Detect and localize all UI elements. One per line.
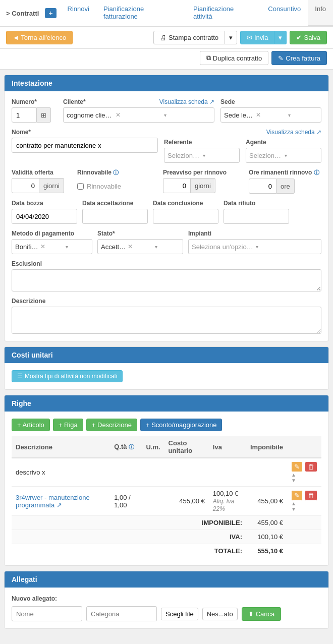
sede-select[interactable]: Sede legale - bologna (c... ✕ ▾ xyxy=(220,107,321,123)
numero-group: Numero* ⊞ xyxy=(12,98,57,123)
nav-tabs: Rinnovi Pianificazione fatturazione Pian… xyxy=(61,0,333,26)
row1-delete-button[interactable]: 🗑 xyxy=(305,461,317,472)
imponibile-value: 455,00 € xyxy=(246,516,287,530)
esclusioni-group: Esclusioni xyxy=(12,260,321,291)
referente-label: Referente xyxy=(164,139,240,146)
allegato-categoria-input[interactable] xyxy=(86,606,157,621)
row2-link[interactable]: 3r4wrwer - manutenzione programmata ↗ xyxy=(16,494,90,509)
allegato-nome-input[interactable] xyxy=(12,606,82,621)
esclusioni-label: Esclusioni xyxy=(12,260,321,267)
stato-label: Stato* xyxy=(97,230,183,237)
sede-clear-button[interactable]: ✕ xyxy=(256,111,286,119)
add-sconto-button[interactable]: + Sconto/maggiorazione xyxy=(140,419,223,431)
mostra-button[interactable]: ☰ Mostra tipi di attività non modificati xyxy=(12,370,123,382)
add-articolo-button[interactable]: + Articolo xyxy=(12,419,50,431)
intestazione-section: Intestazione Numero* ⊞ Cliente* Visualiz… xyxy=(4,75,329,341)
ore-help-icon: ⓘ xyxy=(314,169,319,175)
stato-clear-button[interactable]: ✕ xyxy=(128,243,152,250)
add-riga-button[interactable]: + Riga xyxy=(53,419,83,431)
scegli-file-button[interactable]: Scegli file xyxy=(161,608,198,620)
tab-pianificazione-fatturazione[interactable]: Pianificazione fatturazione xyxy=(96,0,186,26)
row2-qta: 1,00 / 1,00 xyxy=(110,487,142,516)
data-bozza-input[interactable] xyxy=(12,209,77,224)
impianti-label: Impianti xyxy=(188,230,321,237)
add-descrizione-button[interactable]: + Descrizione xyxy=(86,419,137,431)
data-conclusione-input[interactable] xyxy=(153,209,218,224)
row1-descrizione: descrivo x xyxy=(12,458,110,487)
intestazione-row2: Nome* Visualizza scheda ↗ Referente Sele… xyxy=(12,129,321,163)
row2-sort-arrows[interactable]: ▲ ▼ xyxy=(291,501,317,512)
validita-input[interactable] xyxy=(12,178,39,193)
data-accettazione-input[interactable] xyxy=(82,209,148,224)
nome-label: Nome* xyxy=(12,129,158,136)
back-button[interactable]: ◄ Torna all'elenco xyxy=(6,31,73,44)
send-btn-group: ✉ Invia ▾ xyxy=(240,31,287,44)
numero-input[interactable] xyxy=(12,107,37,123)
cliente-select[interactable]: cognome cliente privato y nome cliente p… xyxy=(63,107,214,123)
referente-select[interactable]: Seleziona un'op... ▾ xyxy=(164,148,240,163)
iva-label: IVA: xyxy=(12,530,246,544)
nome-input[interactable] xyxy=(12,138,158,153)
esclusioni-textarea[interactable] xyxy=(12,269,321,291)
create-invoice-button[interactable]: ✎ Crea fattura xyxy=(271,51,327,65)
print-button[interactable]: 🖨 Stampa contratto xyxy=(153,31,225,44)
breadcrumb: > Contratti xyxy=(4,5,41,22)
action-bar: ◄ Torna all'elenco 🖨 Stampa contratto ▾ … xyxy=(0,27,333,49)
row1-sort-arrows[interactable]: ▲ ▼ xyxy=(291,472,317,483)
numero-input-group: ⊞ xyxy=(12,107,57,123)
carica-button[interactable]: ⬆ Carica xyxy=(242,607,282,621)
tab-consuntivo[interactable]: Consuntivo xyxy=(261,0,308,26)
visualizza-scheda2-link[interactable]: Visualizza scheda ↗ xyxy=(266,129,321,136)
rinnovabile-group: Rinnovabile ⓘ Rinnovabile xyxy=(77,169,158,194)
row2-iva-value: 100,10 € xyxy=(213,490,239,497)
cliente-arrow-icon: ▾ xyxy=(164,112,211,118)
row2-edit-button[interactable]: ✎ xyxy=(291,490,303,501)
intestazione-row5: Metodo di pagamento Bonifico 30gg... ✕ ▾… xyxy=(12,230,321,254)
agente-select[interactable]: Seleziona un'op... ▾ xyxy=(246,148,321,163)
righe-table: Descrizione Q.tà ⓘ U.m. Costo unitario I… xyxy=(12,436,321,558)
send-dropdown-button[interactable]: ▾ xyxy=(274,31,287,44)
row2-delete-button[interactable]: 🗑 xyxy=(305,490,317,501)
tab-rinnovi[interactable]: Rinnovi xyxy=(61,0,96,26)
action-bar-left: ◄ Torna all'elenco xyxy=(6,31,73,44)
tab-pianificazione-attivita[interactable]: Pianificazione attività xyxy=(186,0,261,26)
print-dropdown-button[interactable]: ▾ xyxy=(225,31,237,44)
data-rifiuto-input[interactable] xyxy=(224,209,289,224)
data-conclusione-group: Data conclusione xyxy=(153,200,218,224)
referente-group: Referente Seleziona un'op... ▾ xyxy=(164,139,240,163)
qta-help-icon: ⓘ xyxy=(129,444,134,450)
data-rifiuto-label: Data rifiuto xyxy=(224,200,289,207)
pagamento-select[interactable]: Bonifico 30gg... ✕ ▾ xyxy=(12,239,92,254)
rinnovabile-checkbox[interactable] xyxy=(77,183,84,190)
stato-value: Accettato xyxy=(101,243,126,251)
add-contract-button[interactable]: + xyxy=(45,8,56,18)
row1-edit-button[interactable]: ✎ xyxy=(291,461,303,472)
cliente-clear-button[interactable]: ✕ xyxy=(116,111,162,119)
nuovo-allegato-label: Nuovo allegato: xyxy=(12,595,57,602)
totale-row: TOTALE: 555,10 € xyxy=(12,544,321,558)
pagamento-clear-button[interactable]: ✕ xyxy=(40,243,64,250)
preavviso-input[interactable] xyxy=(163,178,191,193)
preavviso-group: Preavviso per rinnovo giorni xyxy=(163,169,244,194)
referente-placeholder: Seleziona un'op... xyxy=(168,152,201,159)
visualizza-scheda1-link[interactable]: Visualizza scheda ↗ xyxy=(159,98,214,105)
impianti-arrow-icon: ▾ xyxy=(256,244,318,250)
row2-actions: ✎ 🗑 ▲ ▼ xyxy=(287,487,321,516)
data-rifiuto-group: Data rifiuto xyxy=(224,200,289,224)
send-button[interactable]: ✉ Invia xyxy=(240,31,274,44)
impianti-select[interactable]: Seleziona un'opzione ▾ xyxy=(188,239,321,254)
ore-label: Ore rimanenti rinnovo ⓘ xyxy=(249,169,321,177)
tab-info[interactable]: Info xyxy=(308,0,333,26)
imponibile-spacer xyxy=(287,516,321,530)
intestazione-header: Intestazione xyxy=(5,75,328,91)
save-icon: ✔ xyxy=(296,34,302,41)
numero-addon: ⊞ xyxy=(37,107,51,123)
pagamento-label: Metodo di pagamento xyxy=(12,230,92,237)
cliente-label: Cliente* xyxy=(63,98,86,105)
duplicate-button[interactable]: ⧉ Duplica contratto xyxy=(200,51,269,65)
descrizione-textarea[interactable] xyxy=(12,307,321,334)
stato-select[interactable]: Accettato ✕ ▾ xyxy=(97,239,183,254)
ore-unit: ore xyxy=(276,179,295,194)
ore-input[interactable] xyxy=(249,179,276,194)
save-button[interactable]: ✔ Salva xyxy=(290,31,327,44)
